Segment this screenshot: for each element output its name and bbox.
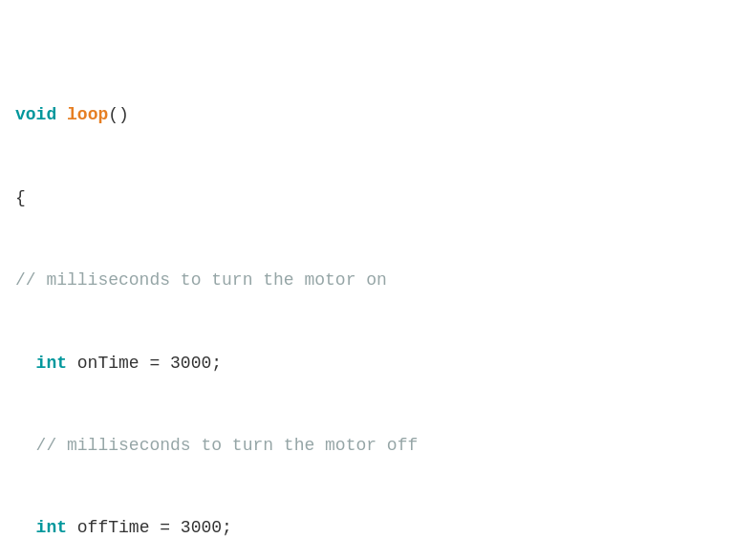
code-line-6: int offTime = 3000; [15,514,717,542]
plain-brace-open: { [15,188,26,207]
keyword-void: void [15,105,56,124]
plain-parens-1: () [108,105,129,124]
function-loop: loop [67,105,108,124]
code-line-4: int onTime = 3000; [15,350,717,377]
code-line-5: // milliseconds to turn the motor off [15,432,717,460]
plain-ontime: onTime = 3000; [67,354,222,373]
keyword-int-1: int [36,354,67,373]
code-editor: void loop() { // milliseconds to turn th… [15,19,717,560]
keyword-int-2: int [36,518,67,537]
code-line-1: void loop() [15,101,717,129]
comment-1: // milliseconds to turn the motor on [15,270,387,290]
comment-2: // milliseconds to turn the motor off [36,436,419,455]
code-line-2: { [15,184,717,212]
plain-offtime: offTime = 3000; [67,518,232,537]
code-line-3: // milliseconds to turn the motor on [15,267,717,294]
